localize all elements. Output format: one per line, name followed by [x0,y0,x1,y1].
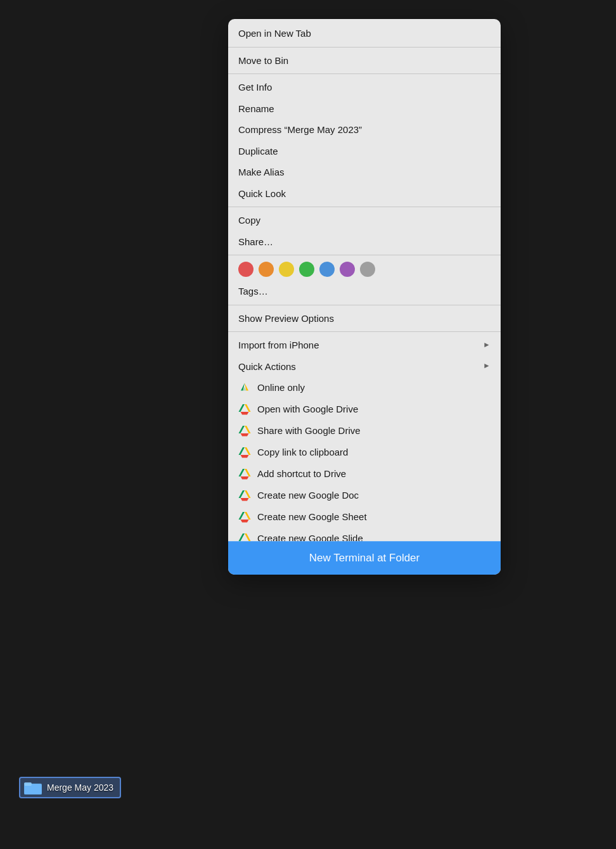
svg-marker-27 [241,520,249,523]
color-dot-orange[interactable] [259,262,274,277]
svg-marker-16 [239,447,245,455]
menu-item-move-bin[interactable]: Move to Bin [228,50,501,72]
svg-marker-24 [241,498,249,501]
menu-item-share[interactable]: Share… [228,231,501,253]
menu-item-create-doc[interactable]: Create new Google Doc [228,485,501,506]
menu-item-get-info[interactable]: Get Info [228,77,501,98]
gdrive-icon-create-doc [238,489,251,502]
separator-3 [228,207,501,207]
menu-item-open-new-tab[interactable]: Open in New Tab [228,23,501,44]
new-terminal-button[interactable]: New Terminal at Folder [228,541,501,575]
separator-5 [228,305,501,305]
gdrive-icon-share [238,424,251,437]
gdrive-icon-add-shortcut [238,468,251,480]
color-dot-yellow[interactable] [279,262,294,277]
gdrive-icon-open [238,403,251,416]
svg-marker-21 [241,476,249,480]
gdrive-icon-create-sheet [238,511,251,523]
svg-marker-22 [239,490,245,498]
svg-marker-28 [239,533,245,541]
svg-marker-17 [245,447,251,455]
menu-item-create-sheet[interactable]: Create new Google Sheet [228,506,501,528]
svg-rect-1 [24,782,32,786]
svg-marker-15 [241,433,249,437]
separator-1 [228,47,501,48]
svg-marker-25 [239,512,245,520]
submenu-arrow-quick-actions: ► [483,361,491,371]
menu-item-compress[interactable]: Compress “Merge May 2023” [228,119,501,141]
folder-icon [24,781,42,795]
color-dot-blue[interactable] [319,262,335,277]
menu-item-add-shortcut[interactable]: Add shortcut to Drive [228,463,501,485]
svg-marker-26 [245,512,251,520]
separator-6 [228,331,501,332]
menu-item-copy-link[interactable]: Copy link to clipboard [228,442,501,463]
menu-item-make-alias[interactable]: Make Alias [228,162,501,183]
svg-marker-14 [245,426,251,433]
context-menu: Open in New Tab Move to Bin Get Info Ren… [228,19,501,575]
menu-item-open-gdrive[interactable]: Open with Google Drive [228,399,501,420]
menu-item-quick-actions[interactable]: Quick Actions ► [228,356,501,378]
gdrive-icon-copy-link [238,446,251,459]
folder-item[interactable]: Merge May 2023 [19,777,121,798]
menu-item-online-only[interactable]: Online only [228,377,501,399]
menu-item-show-preview[interactable]: Show Preview Options [228,308,501,329]
menu-item-quick-look[interactable]: Quick Look [228,183,501,205]
color-dot-purple[interactable] [340,262,355,277]
svg-marker-18 [241,455,249,458]
color-tags-row [228,258,501,281]
color-dot-gray[interactable] [360,262,375,277]
svg-marker-11 [245,404,251,412]
svg-marker-29 [245,533,251,541]
menu-item-duplicate[interactable]: Duplicate [228,141,501,162]
separator-4 [228,255,501,255]
menu-item-tags[interactable]: Tags… [228,281,501,302]
menu-item-copy[interactable]: Copy [228,210,501,231]
submenu-arrow-import: ► [483,340,491,350]
svg-marker-10 [239,404,245,412]
svg-marker-19 [239,469,245,476]
color-dot-green[interactable] [299,262,314,277]
svg-marker-12 [241,412,249,415]
folder-label: Merge May 2023 [47,782,113,793]
svg-marker-23 [245,490,251,498]
menu-item-import-iphone[interactable]: Import from iPhone ► [228,335,501,356]
svg-marker-20 [245,469,251,476]
color-dot-red[interactable] [238,262,253,277]
separator-2 [228,73,501,74]
gdrive-icon-online-only [238,381,251,394]
svg-marker-13 [239,426,245,433]
menu-item-share-gdrive[interactable]: Share with Google Drive [228,420,501,442]
menu-item-rename[interactable]: Rename [228,98,501,120]
